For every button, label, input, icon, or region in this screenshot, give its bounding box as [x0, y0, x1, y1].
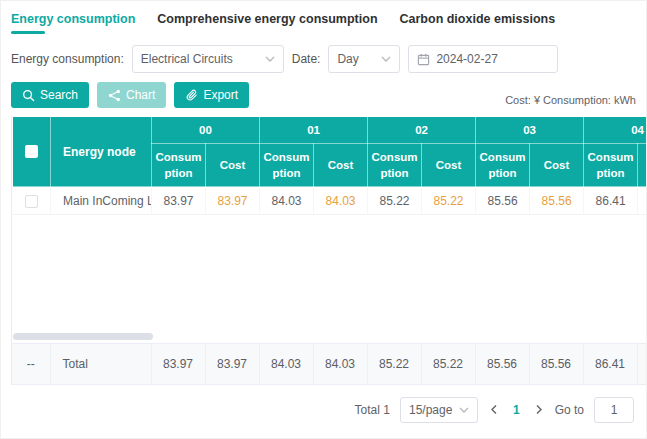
total-value: 85.22 — [367, 344, 421, 384]
prev-page-button[interactable] — [488, 404, 500, 415]
total-value: 84.03 — [313, 344, 367, 384]
cost-value: 85.22 — [422, 187, 476, 215]
consumption-header: Consumption — [260, 144, 314, 187]
total-label: Total — [50, 344, 151, 384]
chart-icon — [108, 89, 121, 102]
chevron-left-icon — [490, 404, 498, 415]
search-icon — [22, 89, 35, 102]
cost-header: Cost — [638, 144, 647, 187]
consumption-header: Consumption — [476, 144, 530, 187]
consumption-value: 83.97 — [152, 187, 206, 215]
data-table-area: Energy node 00 01 02 03 04 Consumption C… — [11, 116, 647, 343]
tab-comprehensive-energy-consumption[interactable]: Comprehensive energy consumption — [157, 12, 377, 34]
calendar-icon — [417, 53, 430, 66]
filter-row: Energy consumption: Electrical Circuits … — [11, 45, 636, 73]
row-checkbox[interactable] — [25, 195, 38, 208]
consumption-value: 86.41 — [584, 187, 638, 215]
consumption-header: Consumption — [368, 144, 422, 187]
pagination: Total 1 15/page 1 Go to — [1, 397, 634, 423]
total-row: -- Total 83.97 83.97 84.03 84.03 85.22 8… — [12, 344, 647, 384]
cost-header: Cost — [206, 144, 260, 187]
tab-bar: Energy consumption Comprehensive energy … — [1, 1, 646, 34]
consumption-value: 84.03 — [260, 187, 314, 215]
consumption-value: 85.22 — [368, 187, 422, 215]
search-button[interactable]: Search — [11, 82, 89, 108]
select-all-header-cell — [13, 117, 51, 187]
tab-energy-consumption[interactable]: Energy consumption — [11, 12, 135, 34]
total-value: 85.56 — [529, 344, 583, 384]
table-row: Main InComing Lin... 83.97 83.97 84.03 8… — [13, 187, 647, 215]
cost-value: 84.03 — [314, 187, 368, 215]
tab-label: Carbon dioxide emissions — [400, 12, 556, 26]
page-size-value: 15/page — [409, 403, 452, 417]
hour-group-00: 00 — [152, 117, 260, 144]
date-value: 2024-02-27 — [436, 52, 497, 66]
cost-header: Cost — [530, 144, 584, 187]
date-granularity-select[interactable]: Day — [328, 45, 400, 73]
chart-button[interactable]: Chart — [97, 82, 166, 108]
date-picker[interactable]: 2024-02-27 — [408, 45, 558, 73]
paperclip-icon — [185, 89, 198, 102]
tab-carbon-dioxide-emissions[interactable]: Carbon dioxide emissions — [400, 12, 556, 34]
empty-table-body — [12, 215, 647, 343]
total-value: 85.22 — [421, 344, 475, 384]
cost-value: 85.56 — [530, 187, 584, 215]
cost-header: Cost — [422, 144, 476, 187]
energy-node-header: Energy node — [51, 117, 152, 187]
total-value: 83.97 — [205, 344, 259, 384]
total-placeholder: -- — [12, 344, 50, 384]
tab-label: Energy consumption — [11, 12, 135, 26]
page-size-select[interactable]: 15/page — [400, 397, 478, 423]
energy-consumption-page: Energy consumption Comprehensive energy … — [0, 0, 647, 439]
chevron-down-icon — [381, 56, 391, 62]
pagination-total: Total 1 — [355, 403, 390, 417]
energy-type-label: Energy consumption: — [11, 52, 124, 66]
cost-value: 83.97 — [206, 187, 260, 215]
horizontal-scrollbar[interactable] — [12, 333, 647, 341]
chevron-right-icon — [535, 404, 543, 415]
energy-node-name: Main InComing Lin... — [51, 187, 152, 215]
hour-group-03: 03 — [476, 117, 584, 144]
total-table: -- Total 83.97 83.97 84.03 84.03 85.22 8… — [12, 344, 647, 385]
active-tab-underline — [11, 31, 45, 34]
date-granularity-value: Day — [337, 52, 358, 66]
select-all-checkbox[interactable] — [25, 145, 38, 158]
energy-type-select[interactable]: Electrical Circuits — [132, 45, 284, 73]
toolbar: Search Chart Export Cost: ¥ Consumption:… — [11, 82, 636, 108]
scrollbar-thumb[interactable] — [13, 333, 153, 340]
cost-value — [638, 187, 647, 215]
consumption-header: Consumption — [584, 144, 638, 187]
cost-header: Cost — [314, 144, 368, 187]
units-note: Cost: ¥ Consumption: kWh — [505, 94, 636, 108]
date-label: Date: — [292, 52, 321, 66]
total-value — [637, 344, 647, 384]
energy-type-value: Electrical Circuits — [141, 52, 233, 66]
consumption-value: 85.56 — [476, 187, 530, 215]
current-page[interactable]: 1 — [510, 403, 523, 417]
goto-page-input[interactable] — [594, 397, 634, 423]
total-value: 83.97 — [151, 344, 205, 384]
tab-label: Comprehensive energy consumption — [157, 12, 377, 26]
chevron-down-icon — [265, 56, 275, 62]
hour-group-header-row: Energy node 00 01 02 03 04 — [13, 117, 647, 144]
goto-label: Go to — [555, 403, 584, 417]
total-row-area: -- Total 83.97 83.97 84.03 84.03 85.22 8… — [11, 343, 647, 385]
next-page-button[interactable] — [533, 404, 545, 415]
hour-group-01: 01 — [260, 117, 368, 144]
hour-group-04: 04 — [584, 117, 647, 144]
total-value: 86.41 — [583, 344, 637, 384]
row-checkbox-cell — [13, 187, 51, 215]
export-button[interactable]: Export — [174, 82, 249, 108]
total-value: 85.56 — [475, 344, 529, 384]
hour-group-02: 02 — [368, 117, 476, 144]
chevron-down-icon — [459, 407, 469, 413]
total-value: 84.03 — [259, 344, 313, 384]
data-table: Energy node 00 01 02 03 04 Consumption C… — [12, 116, 647, 215]
consumption-header: Consumption — [152, 144, 206, 187]
